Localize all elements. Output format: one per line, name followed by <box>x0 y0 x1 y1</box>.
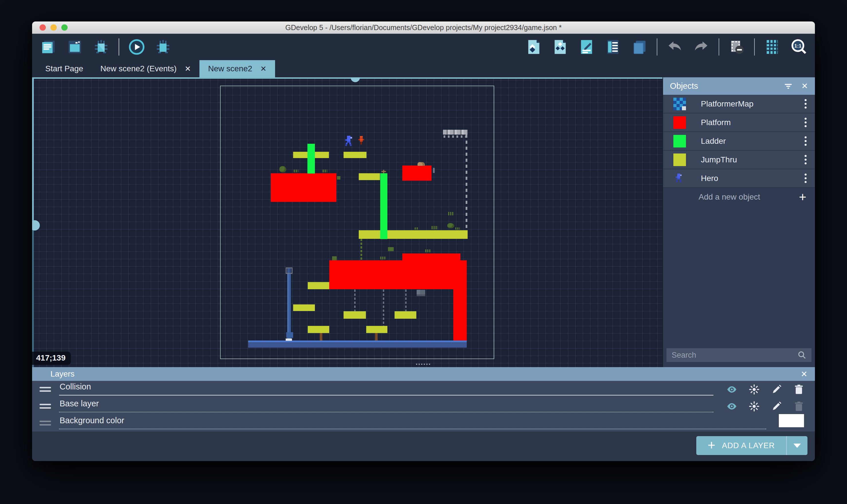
jumpthru-instance[interactable] <box>366 326 387 333</box>
jumpthru-instance[interactable] <box>359 173 380 180</box>
jumpthru-instance[interactable] <box>308 282 329 289</box>
hero-red-instance[interactable] <box>358 136 365 145</box>
drag-handle-icon[interactable] <box>39 404 51 409</box>
grass-instance[interactable] <box>380 256 385 259</box>
crane-dots-instance[interactable] <box>444 136 467 138</box>
object-menu-icon[interactable] <box>801 99 810 109</box>
object-row-jumpthru[interactable]: JumpThru <box>663 151 815 169</box>
add-layer-dropdown-button[interactable] <box>787 436 808 455</box>
grass-instance[interactable] <box>448 212 453 215</box>
tab-start-page[interactable]: Start Page <box>37 60 92 77</box>
dots-instance[interactable] <box>416 364 431 365</box>
post-instance[interactable] <box>375 333 378 341</box>
delete-trash-icon[interactable] <box>793 384 805 395</box>
crane-instance[interactable] <box>443 130 467 134</box>
object-row-platform[interactable]: Platform <box>663 113 815 132</box>
red-instance[interactable] <box>271 173 336 202</box>
scene-canvas[interactable]: 417;139 <box>32 77 663 367</box>
window-mask-icon[interactable] <box>728 38 745 56</box>
greenblock-instance[interactable] <box>332 256 337 260</box>
greenblock-instance[interactable] <box>388 247 394 251</box>
tab-new-scene2-events[interactable]: New scene2 (Events) ✕ <box>92 60 199 77</box>
flag-instance[interactable] <box>286 332 293 341</box>
undo-icon[interactable] <box>666 38 684 56</box>
brick-instance[interactable] <box>417 290 425 296</box>
cross-instance[interactable] <box>382 170 386 173</box>
jumpthru-instance[interactable] <box>359 230 467 239</box>
object-row-platformermap[interactable]: PlatformerMap <box>663 95 815 113</box>
jumpthru-instance[interactable] <box>394 311 416 319</box>
ladder-instance[interactable] <box>380 173 387 239</box>
pole-instance[interactable] <box>287 268 291 341</box>
visibility-eye-icon[interactable] <box>726 384 738 395</box>
objects-editor-icon[interactable] <box>525 38 543 56</box>
red-instance[interactable] <box>402 165 431 181</box>
tick-instance[interactable] <box>433 168 435 173</box>
vine-instance[interactable] <box>360 239 362 260</box>
project-manager-icon[interactable] <box>39 38 57 56</box>
object-row-ladder[interactable]: Ladder <box>663 132 815 151</box>
chain-instance[interactable] <box>405 289 407 312</box>
visibility-eye-icon[interactable] <box>726 401 738 412</box>
layer-row-collision[interactable]: Collision <box>32 381 815 398</box>
object-menu-icon[interactable] <box>801 174 810 183</box>
delete-trash-icon[interactable] <box>793 401 805 412</box>
greenblock-instance[interactable] <box>337 176 340 180</box>
instances-list-icon[interactable] <box>604 38 622 56</box>
grass-instance[interactable] <box>323 169 327 173</box>
snail-instance[interactable] <box>418 162 425 166</box>
close-icon[interactable]: ✕ <box>801 81 808 91</box>
tab-new-scene2[interactable]: New scene2 ✕ <box>199 60 275 77</box>
debug-preview-icon[interactable] <box>154 38 172 56</box>
object-menu-icon[interactable] <box>801 118 810 127</box>
jumpthru-instance[interactable] <box>293 304 315 311</box>
close-icon[interactable]: ✕ <box>260 65 266 73</box>
red-instance[interactable] <box>453 289 467 341</box>
effects-icon[interactable] <box>748 384 760 395</box>
grass-instance[interactable] <box>455 227 460 230</box>
jumpthru-instance[interactable] <box>343 152 367 158</box>
hero-blue-instance[interactable] <box>343 136 352 147</box>
object-groups-icon[interactable] <box>551 38 569 56</box>
effects-icon[interactable] <box>748 401 760 412</box>
close-icon[interactable]: ✕ <box>801 370 808 379</box>
filter-icon[interactable] <box>784 82 793 91</box>
add-a-layer-button[interactable]: + ADD A LAYER <box>696 436 808 455</box>
add-new-object-button[interactable]: Add a new object + <box>663 188 815 206</box>
layer-name-field[interactable]: Collision <box>59 379 713 395</box>
jumpthru-instance[interactable] <box>343 311 366 319</box>
object-search-box[interactable] <box>667 348 811 362</box>
red-instance[interactable] <box>402 253 460 260</box>
post-instance[interactable] <box>320 333 322 341</box>
zoom-1-1-icon[interactable]: 1:1 <box>790 38 808 56</box>
close-window-button[interactable] <box>39 24 46 31</box>
debug-icon[interactable] <box>92 38 110 56</box>
layer-row-background-color[interactable]: Background color <box>32 415 815 432</box>
grass-instance[interactable] <box>431 226 438 229</box>
red-instance[interactable] <box>329 260 467 289</box>
jumpthru-instance[interactable] <box>308 326 329 333</box>
dash-v-instance[interactable] <box>465 134 467 230</box>
background-color-swatch[interactable] <box>779 414 804 427</box>
drag-handle-icon[interactable] <box>39 387 51 392</box>
search-input[interactable] <box>671 350 797 360</box>
close-icon[interactable]: ✕ <box>184 65 191 73</box>
edit-pencil-icon[interactable] <box>771 384 782 395</box>
bush-instance[interactable] <box>447 223 454 228</box>
layer-row-base-layer[interactable]: Base layer <box>32 398 815 415</box>
layers-list-icon[interactable] <box>630 38 648 56</box>
minimize-window-button[interactable] <box>50 24 57 31</box>
properties-icon[interactable] <box>578 38 596 56</box>
chain-instance[interactable] <box>354 289 356 312</box>
ladder-instance[interactable] <box>307 144 315 174</box>
bush-instance[interactable] <box>279 166 286 173</box>
grass-instance[interactable] <box>414 227 419 230</box>
object-menu-icon[interactable] <box>801 136 810 146</box>
object-menu-icon[interactable] <box>801 155 810 164</box>
play-icon[interactable] <box>128 38 145 56</box>
layer-name-field[interactable]: Base layer <box>59 396 713 412</box>
grass-instance[interactable] <box>294 169 298 173</box>
grass-instance[interactable] <box>425 249 430 252</box>
redo-icon[interactable] <box>692 38 710 56</box>
maximize-window-button[interactable] <box>61 24 68 31</box>
